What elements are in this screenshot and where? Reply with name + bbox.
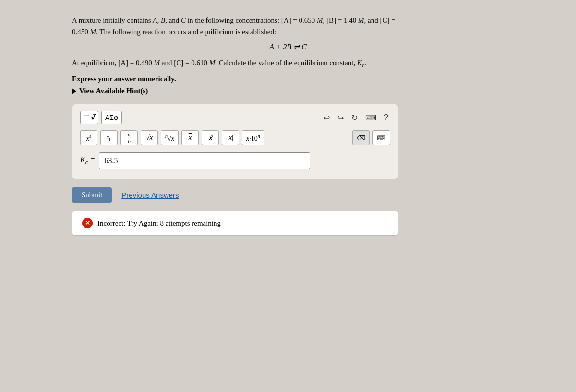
feedback-message: Incorrect; Try Again; 8 attempts remaini… <box>97 219 221 227</box>
sci-notation-label: x·10n <box>246 133 260 143</box>
x-bar-label: x <box>189 134 192 142</box>
keyboard-button[interactable]: ⌨ <box>363 113 378 122</box>
redo-icon: ↪ <box>337 114 344 122</box>
text-mode-icons: ☐ √̄ <box>80 111 98 124</box>
hint-label: View Available Hint(s) <box>79 87 148 95</box>
page-container: A mixture initially contains A, B, and C… <box>72 14 504 236</box>
greek-label: ΑΣφ <box>105 114 118 121</box>
reaction-equation: A + 2B ⇌ C <box>72 42 504 51</box>
x-hat-label: x̂ <box>208 134 212 142</box>
abs-label: |x| <box>228 134 233 142</box>
feedback-box: ✕ Incorrect; Try Again; 8 attempts remai… <box>72 211 398 236</box>
checkbox-icon: ☐ <box>83 113 90 122</box>
submit-button[interactable]: Submit <box>72 187 112 203</box>
help-button[interactable]: ? <box>382 113 390 122</box>
refresh-icon: ↻ <box>351 114 358 122</box>
hint-toggle[interactable]: View Available Hint(s) <box>72 87 504 95</box>
backspace-icon: ⌫ <box>357 134 365 142</box>
undo-button[interactable]: ↩ <box>322 113 332 122</box>
incorrect-icon: ✕ <box>82 218 93 228</box>
on-screen-keyboard-button[interactable]: ⌨ <box>372 130 390 145</box>
answer-row: Kc = <box>80 152 390 169</box>
x-hat-button[interactable]: x̂ <box>202 130 219 145</box>
radical-icon: √̄ <box>91 113 96 122</box>
redo-button[interactable]: ↪ <box>336 113 346 122</box>
symbols-row: xa xb a b √x n√x x x̂ <box>80 130 390 145</box>
nth-root-button[interactable]: n√x <box>161 130 179 145</box>
refresh-button[interactable]: ↻ <box>349 113 360 122</box>
previous-answers-label: Previous Answers <box>121 191 179 199</box>
previous-answers-link[interactable]: Previous Answers <box>121 191 179 199</box>
keyboard-icon: ⌨ <box>365 114 376 122</box>
backspace-button[interactable]: ⌫ <box>352 130 370 145</box>
bottom-action-row: Submit Previous Answers <box>72 187 504 203</box>
subscript-label: xb <box>106 133 111 142</box>
abs-button[interactable]: |x| <box>222 130 239 145</box>
on-screen-keyboard-icon: ⌨ <box>377 134 386 142</box>
fraction-button[interactable]: a b <box>120 130 138 145</box>
sqrt-label: √x <box>146 134 153 142</box>
hint-triangle-icon <box>72 88 76 94</box>
x-symbol: ✕ <box>85 219 90 227</box>
subscript-button[interactable]: xb <box>100 130 118 145</box>
delete-area: ⌫ ⌨ <box>352 130 390 145</box>
power-label: xa <box>86 133 92 143</box>
fraction-label: a b <box>127 131 132 143</box>
answer-label: Kc = <box>80 155 95 166</box>
sci-notation-button[interactable]: x·10n <box>242 130 264 145</box>
instruction-text: Express your answer numerically. <box>72 75 504 83</box>
toolbar-right-icons: ↩ ↪ ↻ ⌨ ? <box>322 113 390 122</box>
answer-input[interactable] <box>99 152 310 169</box>
x-bar-button[interactable]: x <box>181 130 199 145</box>
sqrt-button[interactable]: √x <box>141 130 158 145</box>
undo-icon: ↩ <box>324 114 330 122</box>
math-input-panel: ☐ √̄ ΑΣφ ↩ ↪ ↻ ⌨ ? <box>72 104 398 179</box>
equilibrium-info: At equilibrium, [A] = 0.490 M and [C] = … <box>72 57 504 70</box>
math-toolbar: ☐ √̄ ΑΣφ ↩ ↪ ↻ ⌨ ? <box>80 111 390 124</box>
greek-symbols-button[interactable]: ΑΣφ <box>101 111 122 124</box>
help-icon: ? <box>384 113 388 121</box>
problem-description: A mixture initially contains A, B, and C… <box>72 14 504 37</box>
power-button[interactable]: xa <box>80 130 97 145</box>
nth-root-label: n√x <box>165 133 174 143</box>
submit-label: Submit <box>82 191 102 199</box>
